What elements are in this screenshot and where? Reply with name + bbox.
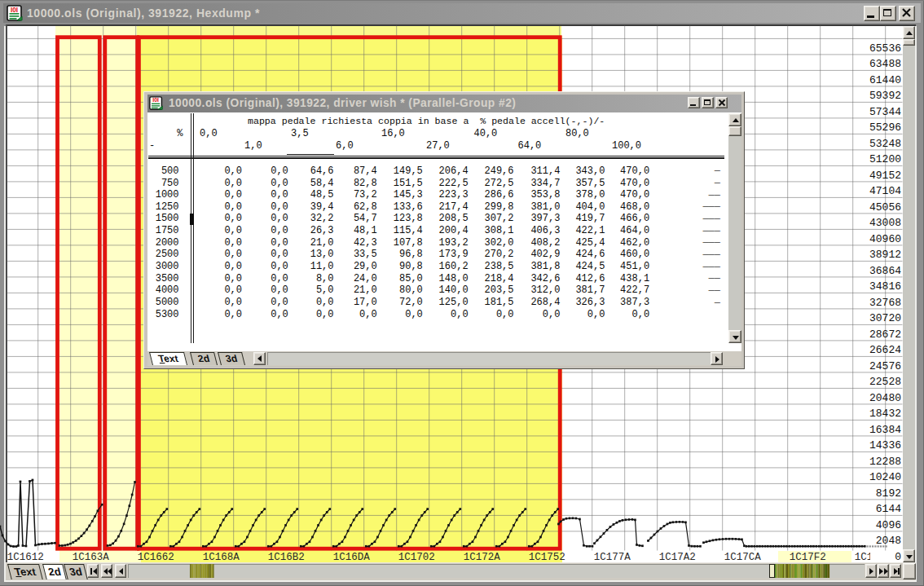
svg-text:I0I: I0I xyxy=(152,97,159,103)
